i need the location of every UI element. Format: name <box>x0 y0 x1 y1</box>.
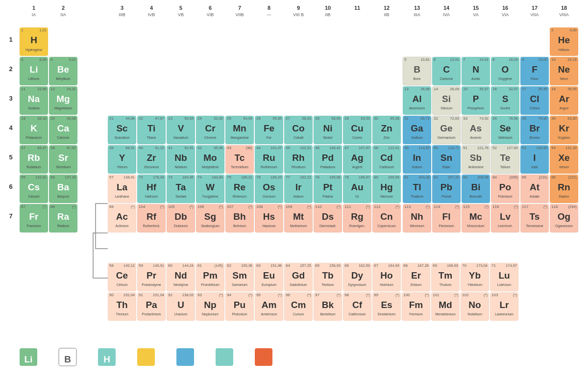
svg-text:192,22: 192,22 <box>300 175 311 180</box>
svg-text:91: 91 <box>139 293 143 297</box>
svg-text:Uranium: Uranium <box>174 312 188 316</box>
element-Bi: 83 208,98 Bi Bismuth <box>462 175 490 203</box>
svg-text:(*): (*) <box>307 205 311 209</box>
svg-text:(*): (*) <box>43 205 47 209</box>
svg-text:VIB: VIB <box>207 12 214 17</box>
svg-text:Livermori.: Livermori. <box>498 224 513 228</box>
svg-text:Th: Th <box>116 300 127 310</box>
svg-text:Ds: Ds <box>322 211 334 222</box>
svg-text:Mendelevium: Mendelevium <box>435 312 456 316</box>
element-Yb: 70 173,04 Yb Ytterbium <box>461 263 489 291</box>
svg-text:140,91: 140,91 <box>153 263 164 268</box>
element-Li: 3 6,94 Li Lithium <box>20 57 48 85</box>
svg-text:Am: Am <box>262 300 277 310</box>
svg-rect-674 <box>255 348 272 366</box>
svg-text:Li: Li <box>30 64 38 75</box>
element-Mo: 42 95,96 Mo Molybdène <box>196 145 224 174</box>
svg-text:(98): (98) <box>246 146 253 150</box>
element-Ta: 73 180,95 Ta Tantale <box>167 175 195 203</box>
svg-text:9: 9 <box>522 57 524 62</box>
svg-text:Cu: Cu <box>351 123 363 133</box>
svg-text:Cl: Cl <box>530 94 539 104</box>
svg-text:Ts: Ts <box>530 211 540 222</box>
element-Nb: 41 92,91 Nb Niobium <box>167 145 195 174</box>
legend-metalloid: B <box>59 348 76 366</box>
svg-text:144,24: 144,24 <box>182 263 194 268</box>
svg-text:66: 66 <box>344 263 349 268</box>
svg-text:74,92: 74,92 <box>479 116 489 121</box>
svg-text:10: 10 <box>325 5 331 11</box>
svg-text:4: 4 <box>50 57 53 62</box>
svg-text:68: 68 <box>403 263 408 268</box>
svg-text:16: 16 <box>492 87 497 91</box>
svg-text:8: 8 <box>268 5 270 11</box>
svg-text:Cn: Cn <box>380 211 392 222</box>
svg-text:22,99: 22,99 <box>37 87 47 91</box>
svg-text:87: 87 <box>21 205 25 209</box>
svg-text:36: 36 <box>551 116 556 121</box>
element-Fr: 87 (*) Fr Francium <box>20 204 48 232</box>
svg-text:(*): (*) <box>513 293 517 297</box>
svg-text:24,31: 24,31 <box>67 87 76 91</box>
svg-text:Cuivre: Cuivre <box>352 136 362 139</box>
svg-text:Krypton: Krypton <box>558 136 570 140</box>
svg-text:158,93: 158,93 <box>329 263 341 268</box>
svg-text:B: B <box>64 354 71 364</box>
svg-text:Neptunium: Neptunium <box>202 312 219 316</box>
svg-text:Dysprosium: Dysprosium <box>348 283 367 287</box>
svg-text:55: 55 <box>21 175 25 180</box>
svg-text:4,00: 4,00 <box>569 28 577 32</box>
svg-text:72: 72 <box>139 175 143 180</box>
svg-text:168,93: 168,93 <box>447 263 458 268</box>
svg-text:Pb: Pb <box>441 182 452 192</box>
svg-text:86: 86 <box>551 175 556 180</box>
svg-text:207,20: 207,20 <box>448 175 459 180</box>
svg-text:Pm: Pm <box>203 270 218 281</box>
svg-text:Po: Po <box>499 182 511 192</box>
element-Db: 105 (*) Db Dubnium <box>167 204 195 232</box>
element-Ir: 77 192,22 Ir Iridium <box>284 175 313 203</box>
svg-text:24: 24 <box>197 116 202 121</box>
svg-text:Br: Br <box>529 123 540 133</box>
svg-text:167,26: 167,26 <box>417 263 429 268</box>
svg-text:Silicium: Silicium <box>441 106 452 110</box>
svg-text:Baryum: Baryum <box>57 195 69 199</box>
period-1: 1 <box>9 36 12 43</box>
svg-text:Plomb: Plomb <box>441 195 451 198</box>
svg-text:83: 83 <box>463 175 467 180</box>
element-Lv: 116 (*) Lv Livermori. <box>491 204 519 232</box>
svg-text:150,36: 150,36 <box>241 263 252 268</box>
svg-text:Radium: Radium <box>57 224 69 228</box>
svg-text:Xénon: Xénon <box>559 165 569 169</box>
svg-text:Yttrium: Yttrium <box>117 165 127 169</box>
svg-text:Na: Na <box>28 94 40 104</box>
svg-text:65,38: 65,38 <box>390 116 399 121</box>
svg-text:88,91: 88,91 <box>125 146 135 150</box>
svg-text:Ho: Ho <box>380 270 392 281</box>
svg-text:94: 94 <box>227 293 231 297</box>
svg-text:30: 30 <box>374 116 378 121</box>
svg-text:112,41: 112,41 <box>388 146 399 150</box>
svg-text:Mn: Mn <box>233 123 246 133</box>
element-B: 5 10,81 B Bore <box>403 57 431 85</box>
svg-text:Si: Si <box>442 94 451 104</box>
svg-text:Sn: Sn <box>441 153 452 163</box>
svg-text:Bi: Bi <box>471 182 481 192</box>
svg-text:47: 47 <box>344 146 349 150</box>
svg-text:Technétium: Technétium <box>231 165 248 169</box>
element-Fe: 26 55,85 Fe Fer <box>255 116 283 144</box>
element-Si: 14 28,09 Si Silicium <box>432 86 461 115</box>
svg-text:(*): (*) <box>248 293 252 297</box>
svg-text:H: H <box>103 354 110 364</box>
element-Cf: 98 (*) Cf Californium <box>343 292 371 321</box>
svg-text:Li: Li <box>24 354 33 364</box>
svg-text:B: B <box>414 64 420 75</box>
svg-text:Yb: Yb <box>469 270 481 281</box>
svg-text:95: 95 <box>256 293 261 297</box>
element-Rh: 45 102,91 Rh Rhodium <box>284 145 313 174</box>
svg-text:13: 13 <box>414 5 420 11</box>
svg-text:85: 85 <box>522 175 526 180</box>
svg-text:Er: Er <box>411 270 421 281</box>
svg-text:Hf: Hf <box>147 182 157 192</box>
svg-text:Pr: Pr <box>147 270 157 281</box>
